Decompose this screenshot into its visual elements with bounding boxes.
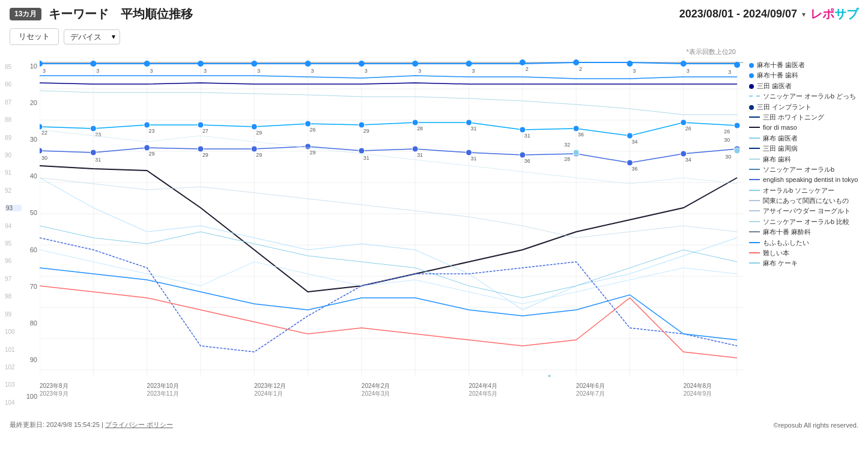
chart-note: *表示回数上位20 <box>0 47 868 56</box>
legend-color-3 <box>749 84 754 89</box>
svg-text:2024年6月: 2024年6月 <box>576 383 605 389</box>
date-dropdown[interactable]: ▾ <box>802 10 806 19</box>
legend-label-15: アサイーパウダー ヨーグルト <box>763 207 851 216</box>
device-select[interactable]: デバイス <box>64 29 120 44</box>
svg-point-94 <box>359 148 365 154</box>
svg-point-84 <box>90 150 96 156</box>
svg-text:29: 29 <box>363 128 369 134</box>
svg-text:2024年9月: 2024年9月 <box>684 390 712 397</box>
device-select-wrap: デバイス <box>64 29 120 44</box>
legend-label-8: 麻布 歯医者 <box>763 134 798 143</box>
svg-text:2023年12月: 2023年12月 <box>254 383 286 389</box>
legend-label-4: ソニッケアー オーラルb どっち <box>763 92 856 101</box>
svg-text:29: 29 <box>256 130 262 136</box>
svg-text:2024年5月: 2024年5月 <box>469 390 498 397</box>
svg-text:23: 23 <box>149 128 155 134</box>
svg-text:2024年7月: 2024年7月 <box>576 390 605 397</box>
svg-point-68 <box>412 120 418 126</box>
legend-label-20: 麻布 ケーキ <box>763 259 798 268</box>
svg-point-54 <box>40 124 43 130</box>
svg-point-66 <box>359 122 365 128</box>
svg-text:30: 30 <box>724 137 730 143</box>
svg-text:3: 3 <box>204 68 207 74</box>
svg-text:31: 31 <box>524 133 530 139</box>
legend: 麻布十番 歯医者 麻布十番 歯科 三田 歯医者 ソニッケアー オーラルb どっち… <box>743 58 863 418</box>
svg-point-112 <box>734 148 740 154</box>
svg-text:2023年11月: 2023年11月 <box>147 390 179 397</box>
svg-text:29: 29 <box>202 152 208 158</box>
svg-point-74 <box>573 126 579 132</box>
y-axis: 10 20 30 40 50 60 70 80 90 100 <box>22 58 40 418</box>
svg-text:28: 28 <box>417 126 423 132</box>
svg-text:32: 32 <box>564 142 570 148</box>
svg-text:3: 3 <box>365 68 368 74</box>
legend-color-8 <box>749 138 760 139</box>
legend-color-7 <box>749 127 760 128</box>
svg-point-90 <box>251 146 257 152</box>
footer-left: 最終更新日: 2024/9/8 15:54:25 | プライバシー ポリシー <box>10 420 173 429</box>
svg-point-72 <box>520 127 526 133</box>
svg-text:31: 31 <box>470 126 476 132</box>
page-container: 13カ月 キーワード 平均順位推移 2023/08/01 - 2024/09/0… <box>0 0 868 432</box>
legend-label-3: 三田 歯医者 <box>757 82 792 91</box>
legend-label-5: 三田 インプラント <box>757 103 812 112</box>
svg-text:3: 3 <box>472 68 475 74</box>
footer: 最終更新日: 2024/9/8 15:54:25 | プライバシー ポリシー ©… <box>0 418 868 432</box>
legend-color-15 <box>749 210 760 211</box>
svg-text:3: 3 <box>43 68 46 74</box>
controls: リセット デバイス <box>0 26 868 47</box>
legend-label-19: 難しい本 <box>763 249 789 258</box>
legend-item-18: もふもふしたい <box>749 238 863 247</box>
svg-point-62 <box>251 124 257 130</box>
svg-text:31: 31 <box>363 155 369 161</box>
svg-text:3: 3 <box>311 68 314 74</box>
svg-text:29: 29 <box>256 152 262 158</box>
svg-text:26: 26 <box>685 126 691 132</box>
svg-text:3: 3 <box>96 68 99 74</box>
legend-color-10 <box>749 159 760 160</box>
svg-text:34: 34 <box>685 157 691 163</box>
svg-point-58 <box>144 122 150 128</box>
chart-with-yaxis: 10 20 30 40 50 60 70 80 90 100 <box>22 58 743 418</box>
svg-text:2: 2 <box>579 66 582 72</box>
svg-point-106 <box>681 151 687 157</box>
legend-item-7: fior di maso <box>749 123 863 132</box>
svg-text:31: 31 <box>95 157 101 163</box>
legend-color-19 <box>749 252 760 253</box>
legend-item-14: 関東にあって関西にないもの <box>749 196 863 205</box>
svg-text:2: 2 <box>526 66 529 72</box>
legend-label-17: 麻布十番 麻酔科 <box>763 228 811 237</box>
svg-point-52 <box>734 62 740 68</box>
svg-text:29: 29 <box>149 151 155 157</box>
logo: レポサブ <box>810 6 858 22</box>
reset-button[interactable]: リセット <box>10 28 59 45</box>
legend-label-9: 三田 歯周病 <box>763 144 798 153</box>
svg-text:28: 28 <box>564 156 570 162</box>
date-range: 2023/08/01 - 2024/09/07 <box>679 8 797 20</box>
legend-item-12: english speaking dentist in tokyo <box>749 175 863 184</box>
svg-point-50 <box>681 61 687 67</box>
legend-item-10: 麻布 歯科 <box>749 155 863 164</box>
svg-point-110 <box>573 150 579 156</box>
svg-text:31: 31 <box>417 152 423 158</box>
svg-point-38 <box>359 61 365 67</box>
legend-item-13: オーラルb ソニッケアー <box>749 186 863 195</box>
svg-point-100 <box>520 152 526 158</box>
svg-text:29: 29 <box>310 150 316 156</box>
legend-label-2: 麻布十番 歯科 <box>757 71 798 80</box>
svg-point-76 <box>627 133 633 139</box>
legend-item-5: 三田 インプラント <box>749 103 863 112</box>
svg-text:3: 3 <box>418 68 421 74</box>
svg-point-128 <box>548 375 550 377</box>
legend-label-6: 三田 ホワイトニング <box>763 113 824 122</box>
legend-item-6: 三田 ホワイトニング <box>749 113 863 122</box>
svg-text:26: 26 <box>724 129 730 135</box>
privacy-policy-link[interactable]: プライバシー ポリシー <box>105 421 173 428</box>
svg-text:30: 30 <box>41 155 47 161</box>
legend-item-3: 三田 歯医者 <box>749 82 863 91</box>
legend-color-18 <box>749 242 760 243</box>
svg-point-40 <box>412 61 418 67</box>
svg-point-42 <box>466 61 472 67</box>
svg-text:2023年9月: 2023年9月 <box>40 390 68 397</box>
header-right: 2023/08/01 - 2024/09/07 ▾ レポサブ <box>679 6 858 22</box>
